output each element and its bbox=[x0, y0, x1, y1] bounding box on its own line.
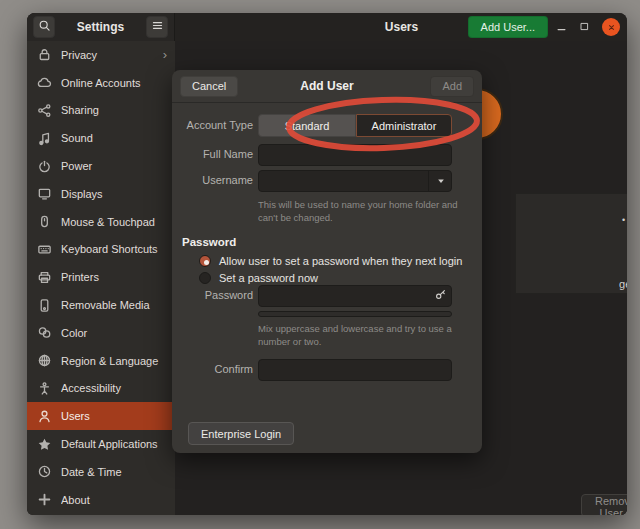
key-icon bbox=[434, 287, 447, 305]
menu-button[interactable] bbox=[146, 16, 168, 38]
globe-icon bbox=[37, 353, 52, 368]
window-controls bbox=[556, 13, 620, 41]
headerbar: Settings Users Add User... bbox=[27, 13, 627, 41]
plus-icon bbox=[37, 492, 52, 507]
sidebar-item-label: Region & Language bbox=[61, 355, 167, 367]
sidebar-item-online-accounts[interactable]: Online Accounts bbox=[27, 69, 175, 97]
sidebar-item-label: Power bbox=[61, 160, 167, 172]
chevron-down-icon bbox=[436, 172, 446, 190]
main-headerbar: Users Add User... bbox=[176, 13, 627, 41]
sidebar-item-label: Mouse & Touchpad bbox=[61, 216, 167, 228]
radio-unchecked-icon bbox=[199, 272, 211, 284]
printer-icon bbox=[37, 270, 52, 285]
mouse-icon bbox=[37, 214, 52, 229]
password-hint: Mix uppercase and lowercase and try to u… bbox=[258, 322, 460, 349]
sidebar-item-default-applications[interactable]: Default Applications bbox=[27, 430, 175, 458]
sidebar-item-displays[interactable]: Displays bbox=[27, 180, 175, 208]
enterprise-login-button[interactable]: Enterprise Login bbox=[188, 422, 294, 445]
sidebar-item-removable-media[interactable]: Removable Media bbox=[27, 291, 175, 319]
generate-password-button[interactable] bbox=[428, 285, 452, 307]
password-strength-bar bbox=[258, 311, 452, 317]
radio-set-password-now[interactable]: Set a password now bbox=[199, 272, 318, 284]
sidebar-item-label: Online Accounts bbox=[61, 77, 167, 89]
accessibility-icon bbox=[37, 381, 52, 396]
settings-window: Settings Users Add User... Privacy›Onlin… bbox=[27, 13, 627, 515]
account-type-segment: Standard Administrator bbox=[258, 114, 452, 137]
lock-icon bbox=[37, 47, 52, 62]
password-dots: ••••• bbox=[622, 215, 627, 225]
close-button[interactable] bbox=[602, 18, 620, 36]
maximize-icon bbox=[579, 18, 590, 36]
radio-set-password-next-login[interactable]: Allow user to set a password when they n… bbox=[199, 255, 462, 267]
sidebar-item-label: About bbox=[61, 494, 167, 506]
account-settings-panel: ••••• › ged In › bbox=[515, 193, 627, 294]
sidebar-item-label: Date & Time bbox=[61, 466, 167, 478]
sidebar-item-date-time[interactable]: Date & Time bbox=[27, 458, 175, 486]
sidebar-item-accessibility[interactable]: Accessibility bbox=[27, 375, 175, 403]
add-user-dialog: Add User Cancel Add Account Type Standar… bbox=[172, 70, 482, 453]
username-input[interactable] bbox=[258, 170, 452, 192]
sidebar-item-users[interactable]: Users bbox=[27, 402, 175, 430]
music-note-icon bbox=[37, 131, 52, 146]
password-row[interactable]: ••••• › bbox=[622, 212, 627, 227]
password-label: Password bbox=[180, 289, 253, 301]
person-icon bbox=[37, 409, 52, 424]
radio-checked-icon bbox=[199, 255, 211, 267]
close-icon bbox=[607, 18, 616, 36]
remove-user-button[interactable]: Remove User... bbox=[581, 494, 627, 515]
sidebar-item-privacy[interactable]: Privacy› bbox=[27, 41, 175, 69]
removable-media-icon bbox=[37, 298, 52, 313]
sidebar-item-power[interactable]: Power bbox=[27, 152, 175, 180]
star-icon bbox=[37, 437, 52, 452]
sidebar-item-region-language[interactable]: Region & Language bbox=[27, 347, 175, 375]
add-user-button[interactable]: Add User... bbox=[468, 16, 548, 38]
clock-icon bbox=[37, 464, 52, 479]
sidebar-item-label: Accessibility bbox=[61, 382, 167, 394]
radio-label: Allow user to set a password when they n… bbox=[219, 255, 462, 267]
username-hint: This will be used to name your home fold… bbox=[258, 198, 460, 225]
sidebar-item-label: Printers bbox=[61, 271, 167, 283]
minimize-icon bbox=[556, 18, 567, 36]
sidebar-item-mouse-touchpad[interactable]: Mouse & Touchpad bbox=[27, 208, 175, 236]
confirm-label: Confirm bbox=[180, 363, 253, 375]
keyboard-icon bbox=[37, 242, 52, 257]
minimize-button[interactable] bbox=[556, 18, 567, 36]
account-activity-row[interactable]: ged In › bbox=[619, 276, 627, 291]
username-label: Username bbox=[180, 174, 253, 186]
sidebar-item-about[interactable]: About bbox=[27, 486, 175, 514]
search-button[interactable] bbox=[33, 16, 55, 38]
cancel-button[interactable]: Cancel bbox=[180, 76, 238, 97]
sidebar-item-color[interactable]: Color bbox=[27, 319, 175, 347]
standard-option[interactable]: Standard bbox=[258, 114, 356, 137]
share-icon bbox=[37, 103, 52, 118]
username-dropdown-button[interactable] bbox=[428, 170, 452, 192]
maximize-button[interactable] bbox=[579, 18, 590, 36]
search-icon bbox=[38, 18, 51, 36]
sidebar-item-label: Sharing bbox=[61, 104, 167, 116]
color-icon bbox=[37, 325, 52, 340]
password-input[interactable] bbox=[258, 285, 452, 307]
account-type-label: Account Type bbox=[180, 119, 253, 131]
sidebar: Privacy›Online AccountsSharingSoundPower… bbox=[27, 41, 175, 515]
sidebar-item-keyboard-shortcuts[interactable]: Keyboard Shortcuts bbox=[27, 236, 175, 264]
administrator-option[interactable]: Administrator bbox=[356, 114, 452, 137]
logged-in-text: ged In bbox=[619, 278, 627, 290]
password-section-heading: Password bbox=[182, 236, 236, 248]
hamburger-icon bbox=[151, 18, 164, 36]
sidebar-item-label: Displays bbox=[61, 188, 167, 200]
full-name-input[interactable] bbox=[258, 144, 452, 166]
sidebar-item-label: Removable Media bbox=[61, 299, 167, 311]
sidebar-item-sharing[interactable]: Sharing bbox=[27, 97, 175, 125]
cloud-icon bbox=[37, 75, 52, 90]
sidebar-item-sound[interactable]: Sound bbox=[27, 124, 175, 152]
power-icon bbox=[37, 159, 52, 174]
sidebar-item-label: Sound bbox=[61, 132, 167, 144]
radio-label: Set a password now bbox=[219, 272, 318, 284]
display-icon bbox=[37, 186, 52, 201]
confirm-input[interactable] bbox=[258, 359, 452, 381]
add-button[interactable]: Add bbox=[430, 76, 474, 97]
full-name-label: Full Name bbox=[180, 148, 253, 160]
sidebar-item-label: Default Applications bbox=[61, 438, 167, 450]
sidebar-item-printers[interactable]: Printers bbox=[27, 263, 175, 291]
dialog-header: Add User Cancel Add bbox=[172, 70, 482, 103]
